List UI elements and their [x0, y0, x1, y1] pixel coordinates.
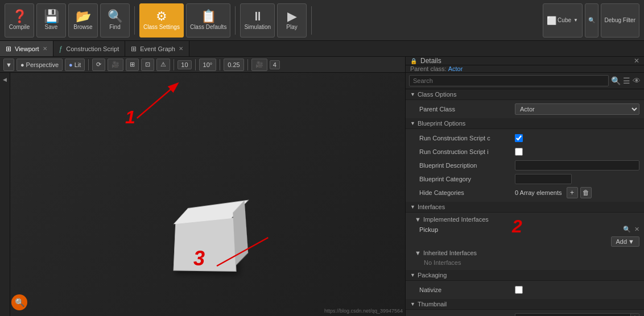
nativize-value [515, 286, 639, 294]
blueprint-description-input[interactable] [515, 160, 639, 171]
tab-viewport[interactable]: ⊞ Viewport ✕ [0, 41, 53, 56]
vp-grid-size: 10 [177, 60, 191, 69]
blueprint-options-header[interactable]: ▼ Blueprint Options [406, 118, 644, 129]
interfaces-header[interactable]: ▼ Interfaces [406, 202, 644, 213]
search-viewport-icon: 🔍 [588, 17, 595, 23]
packaging-section: ▼ Packaging Nativize [406, 270, 644, 299]
compile-button[interactable]: ❓ Compile [5, 3, 34, 38]
hide-categories-delete-button[interactable]: 🗑 [580, 187, 592, 198]
details-lock-icon: 🔒 [410, 58, 417, 64]
orbit-pitch-spin-up[interactable]: ▲ [631, 314, 639, 316]
search-icon-button[interactable]: 🔍 [611, 76, 621, 85]
vp-camera-button[interactable]: 🎥 [108, 59, 123, 71]
save-button[interactable]: 💾 Save [36, 3, 66, 38]
vp-realtime-button[interactable]: ⟳ [92, 59, 105, 71]
tab-event-graph[interactable]: ⊞ Event Graph ✕ [125, 41, 189, 56]
blueprint-description-row: Blueprint Description [406, 159, 644, 172]
class-options-arrow-icon: ▼ [410, 92, 415, 97]
vp-grid-button[interactable]: ⊞ [126, 59, 139, 71]
viewport-tab-close[interactable]: ✕ [43, 45, 47, 52]
view-mode-button[interactable]: ☰ [623, 76, 630, 85]
blueprint-category-value [515, 174, 639, 184]
simulation-button[interactable]: ⏸ Simulation [240, 3, 275, 38]
vp-sep-5 [247, 59, 248, 70]
run-construction-i-row: Run Construction Script i [406, 145, 644, 159]
search-input[interactable] [409, 75, 609, 86]
class-defaults-button[interactable]: 📋 Class Defaults [186, 3, 230, 38]
browse-icon: 📂 [76, 10, 91, 23]
orbit-pitch-row: Orbit Pitch -11.25 ▲ ▼ [406, 312, 644, 316]
cube-icon: ⬜ [547, 16, 556, 25]
vp-toggle-button[interactable]: ▼ [3, 59, 14, 71]
parent-class-select[interactable]: Actor [515, 103, 639, 115]
class-options-header[interactable]: ▼ Class Options [406, 89, 644, 100]
implemented-interfaces-label: Implemented Interfaces [423, 216, 489, 223]
vp-side-toggle[interactable]: ◀ [1, 75, 10, 84]
tabbar: ⊞ Viewport ✕ ƒ Construction Script ⊞ Eve… [0, 41, 644, 57]
hide-categories-array-label: 0 Array elements [515, 189, 562, 196]
event-graph-tab-icon: ⊞ [131, 45, 137, 53]
event-graph-tab-close[interactable]: ✕ [179, 45, 183, 52]
add-interface-label: Add [616, 238, 628, 245]
search-float-button[interactable]: 🔍 [11, 294, 27, 310]
details-close-button[interactable]: ✕ [634, 57, 639, 65]
thumbnail-arrow-icon: ▼ [410, 301, 415, 307]
blueprint-description-value [515, 160, 639, 171]
separator-3 [311, 6, 312, 35]
lit-icon: ● [69, 61, 73, 68]
vp-snap-button[interactable]: ⊡ [141, 59, 154, 71]
vp-scale-button[interactable]: 0.25 [224, 59, 243, 71]
viewport-left-panel: ◀ [0, 73, 10, 316]
vp-angle-button[interactable]: 10° [199, 59, 217, 71]
inherited-interfaces-header: ▼ Inherited Interfaces [406, 248, 644, 257]
viewport-content: ◀ 1 3 🔍 [0, 73, 405, 316]
browse-button[interactable]: 📂 Browse [68, 3, 98, 38]
vp-surface-button[interactable]: ⚠ [156, 59, 170, 71]
add-interface-button[interactable]: Add ▼ [611, 236, 639, 247]
lit-button[interactable]: ● Lit [65, 59, 85, 71]
vp-camera-speed-button[interactable]: 🎥 [251, 59, 267, 71]
debug-filter-button[interactable]: Debug Filter [601, 3, 639, 38]
search-viewport-button[interactable]: 🔍 [585, 3, 598, 38]
simulation-icon: ⏸ [251, 10, 264, 23]
run-construction-i-checkbox[interactable] [515, 148, 523, 156]
blueprint-description-label: Blueprint Description [419, 162, 510, 169]
play-button[interactable]: ▶ Play [277, 3, 307, 38]
class-defaults-label: Class Defaults [190, 24, 226, 30]
perspective-button[interactable]: ● Perspective [16, 59, 63, 71]
annotation-overlay [0, 73, 405, 316]
packaging-header[interactable]: ▼ Packaging [406, 270, 644, 281]
class-settings-button[interactable]: ⚙ Class Settings [139, 3, 184, 38]
separator-2 [235, 6, 236, 35]
hide-categories-add-button[interactable]: + [567, 187, 578, 198]
pickup-search-icon[interactable]: 🔍 [623, 226, 631, 233]
thumbnail-header[interactable]: ▼ Thumbnail [406, 299, 644, 310]
eye-icon-button[interactable]: 👁 [633, 76, 641, 85]
vp-sep-1 [88, 59, 89, 70]
event-graph-tab-label: Event Graph [140, 45, 175, 52]
nativize-label: Nativize [419, 286, 510, 293]
cube-dropdown-button[interactable]: ⬜ Cube ▼ [543, 3, 583, 38]
class-options-body: Parent Class Actor [406, 100, 644, 118]
main-area: ▼ ● Perspective ● Lit ⟳ 🎥 ⊞ ⊡ ⚠ 10 10° 0… [0, 57, 644, 316]
interfaces-section: ▼ Interfaces ▼ Implemented Interfaces Pi… [406, 202, 644, 270]
parent-class-bar-value: Actor [448, 65, 463, 72]
nativize-checkbox[interactable] [515, 286, 523, 294]
compile-label: Compile [9, 24, 30, 30]
thumbnail-section: ▼ Thumbnail Orbit Pitch -11.25 ▲ ▼ [406, 299, 644, 316]
find-label: Find [109, 24, 120, 30]
search-bar: 🔍 ☰ 👁 [406, 73, 644, 89]
details-header: 🔒 Details ✕ [406, 57, 644, 65]
pickup-interface-label: Pickup [419, 226, 623, 233]
lit-label: Lit [75, 61, 81, 68]
blueprint-options-section: ▼ Blueprint Options Run Construction Scr… [406, 118, 644, 202]
run-construction-c-row: Run Construction Script c [406, 131, 644, 145]
run-construction-c-checkbox[interactable] [515, 134, 523, 142]
packaging-label: Packaging [418, 272, 447, 278]
pickup-remove-button[interactable]: ✕ [634, 226, 639, 233]
tab-construction-script[interactable]: ƒ Construction Script [53, 41, 126, 56]
find-button[interactable]: 🔍 Find [100, 3, 130, 38]
run-construction-c-value [515, 134, 639, 142]
separator-1 [134, 6, 135, 35]
blueprint-category-input[interactable] [515, 174, 572, 184]
